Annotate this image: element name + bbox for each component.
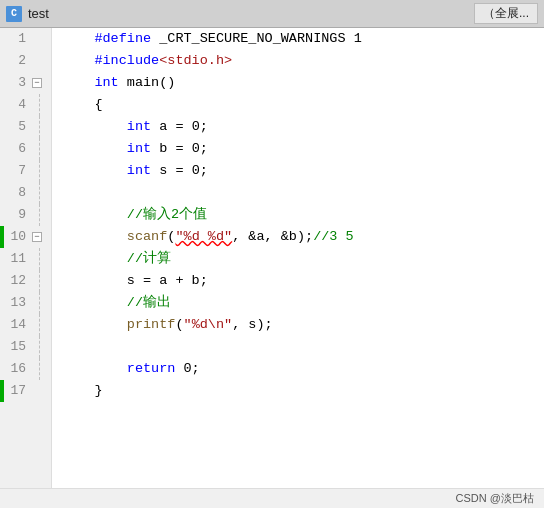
gutter-row: 14	[0, 314, 51, 336]
plain-token	[62, 295, 127, 310]
dashed-line	[39, 248, 40, 270]
code-content[interactable]: #define _CRT_SECURE_NO_WARNINGS 1 #inclu…	[52, 28, 544, 488]
gutter-row: 16	[0, 358, 51, 380]
line-number: 3	[0, 72, 32, 94]
green-indicator	[0, 226, 4, 248]
gutter-row: 13	[0, 292, 51, 314]
line-number: 14	[0, 314, 32, 336]
gutter-row: 17	[0, 380, 51, 402]
plain-token: , s);	[232, 317, 273, 332]
line-number: 17	[0, 380, 32, 402]
collapse-button[interactable]: −	[32, 232, 42, 242]
title-bar: C test （全展...	[0, 0, 544, 28]
str-squiggle-token: "%d %d"	[175, 229, 232, 244]
line-number: 1	[0, 28, 32, 50]
code-line: int b = 0;	[62, 138, 544, 160]
line-number: 12	[0, 270, 32, 292]
code-area: 123−45678910−11121314151617 #define _CRT…	[0, 28, 544, 488]
line-number: 10	[0, 226, 32, 248]
line-indicator	[32, 116, 42, 138]
line-indicator	[32, 292, 42, 314]
window-title: test	[28, 6, 474, 21]
plain-token	[62, 361, 127, 376]
code-line: return 0;	[62, 358, 544, 380]
kw-token: int	[94, 75, 118, 90]
line-indicator: −	[32, 226, 42, 248]
gutter-row: 12	[0, 270, 51, 292]
gutter-row: 2	[0, 50, 51, 72]
dashed-line	[39, 204, 40, 226]
plain-token: s = 0;	[151, 163, 208, 178]
plain-token	[62, 119, 127, 134]
fn-token: printf	[127, 317, 176, 332]
code-line: //输入2个值	[62, 204, 544, 226]
comment-token: //输入2个值	[127, 207, 207, 222]
plain-token	[62, 251, 127, 266]
plain-token	[62, 75, 94, 90]
code-line: printf("%d\n", s);	[62, 314, 544, 336]
plain-token: a = 0;	[151, 119, 208, 134]
str-token: "%d\n"	[184, 317, 233, 332]
line-indicator	[32, 248, 42, 270]
line-indicator	[32, 358, 42, 380]
line-number: 16	[0, 358, 32, 380]
line-number: 15	[0, 336, 32, 358]
code-line: //计算	[62, 248, 544, 270]
plain-token	[62, 229, 127, 244]
code-line: #include<stdio.h>	[62, 50, 544, 72]
line-number: 11	[0, 248, 32, 270]
line-indicator	[32, 182, 42, 204]
dashed-line	[39, 336, 40, 358]
pp-token: #include	[62, 53, 159, 68]
code-line: int a = 0;	[62, 116, 544, 138]
line-indicator	[32, 314, 42, 336]
line-gutter: 123−45678910−11121314151617	[0, 28, 52, 488]
comment-token: //输出	[127, 295, 171, 310]
collapse-button[interactable]: −	[32, 78, 42, 88]
gutter-row: 7	[0, 160, 51, 182]
code-line: {	[62, 94, 544, 116]
code-line: s = a + b;	[62, 270, 544, 292]
plain-token	[62, 207, 127, 222]
line-number: 9	[0, 204, 32, 226]
line-number: 2	[0, 50, 32, 72]
plain-token: _CRT_SECURE_NO_WARNINGS 1	[159, 31, 362, 46]
dashed-line	[39, 116, 40, 138]
code-line: //输出	[62, 292, 544, 314]
plain-token: {	[62, 97, 103, 112]
kw-token: return	[127, 361, 176, 376]
plain-token	[62, 163, 127, 178]
plain-token: 0;	[175, 361, 199, 376]
plain-token: main()	[119, 75, 176, 90]
line-indicator	[32, 204, 42, 226]
line-number: 13	[0, 292, 32, 314]
gutter-row: 10−	[0, 226, 51, 248]
line-indicator	[32, 138, 42, 160]
line-indicator	[32, 160, 42, 182]
plain-token: b = 0;	[151, 141, 208, 156]
kw-token: int	[127, 163, 151, 178]
gutter-row: 8	[0, 182, 51, 204]
expand-button[interactable]: （全展...	[474, 3, 538, 24]
line-indicator	[32, 94, 42, 116]
dashed-line	[39, 94, 40, 116]
kw-token: int	[127, 119, 151, 134]
gutter-row: 6	[0, 138, 51, 160]
code-line: int main()	[62, 72, 544, 94]
green-indicator	[0, 380, 4, 402]
plain-token	[62, 141, 127, 156]
gutter-row: 9	[0, 204, 51, 226]
dashed-line	[39, 182, 40, 204]
plain-token: , &a, &b);	[232, 229, 313, 244]
line-indicator	[32, 270, 42, 292]
status-text: CSDN @淡巴枯	[456, 491, 534, 506]
file-icon: C	[6, 6, 22, 22]
dashed-line	[39, 292, 40, 314]
line-number: 7	[0, 160, 32, 182]
line-number: 8	[0, 182, 32, 204]
dashed-line	[39, 314, 40, 336]
code-line	[62, 336, 544, 358]
gutter-row: 11	[0, 248, 51, 270]
comment-token: //3 5	[313, 229, 354, 244]
plain-token: }	[62, 383, 103, 398]
